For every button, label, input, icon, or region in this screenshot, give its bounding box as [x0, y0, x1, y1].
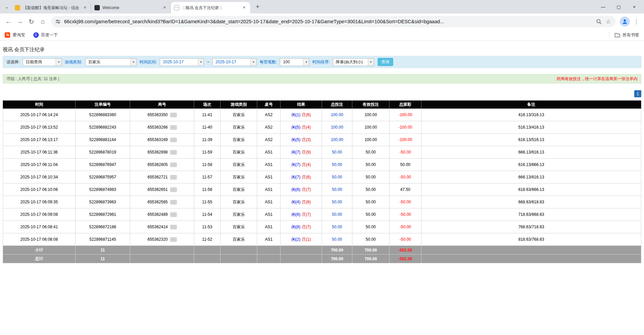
- maximize-button[interactable]: ▢: [611, 0, 626, 13]
- lens-search-icon[interactable]: [596, 19, 602, 25]
- dropdown-arrow-icon[interactable]: ▼: [130, 59, 136, 66]
- table-row: 2025-10-17 06:10:34 522896875957 6553627…: [3, 171, 641, 183]
- cell-total-bet[interactable]: 100.00: [322, 121, 352, 134]
- cell-time: 2025-10-17 06:08:41: [3, 221, 76, 233]
- cell-remark: 818.63/768.63: [421, 233, 641, 246]
- game-type-select[interactable]: 百家乐 ▼: [85, 58, 137, 66]
- subtotal-count: 11: [76, 246, 130, 255]
- cell-total-bet[interactable]: 100.00: [322, 109, 352, 121]
- date-start-input[interactable]: 2025-10-17 ▼: [160, 58, 204, 66]
- date-end-input[interactable]: 2025-10-17 ▼: [212, 58, 257, 66]
- cell-total-bet[interactable]: 50.00: [322, 146, 352, 159]
- cell-total-bet[interactable]: 100.00: [322, 134, 352, 146]
- round-replay-icon[interactable]: [170, 138, 177, 142]
- sort-select[interactable]: 降幂(由大到小) ▼: [333, 58, 374, 66]
- reload-button[interactable]: ↻: [26, 16, 37, 27]
- result-player: 闲(8): [291, 225, 300, 229]
- address-bar-actions: ☆: [596, 18, 614, 25]
- url-text[interactable]: 66cxkj98.com/game/betrecord_search/kind3…: [64, 19, 593, 24]
- cell-session: 11-40: [194, 121, 221, 134]
- round-id: 655362721: [147, 175, 168, 179]
- cell-result: 闲(6)庄(7): [281, 208, 322, 221]
- search-button[interactable]: 查询: [378, 58, 393, 66]
- cell-total-bet[interactable]: 50.00: [322, 183, 352, 196]
- query-type-select[interactable]: 日期查询 ▼: [23, 58, 62, 66]
- round-replay-icon[interactable]: [170, 237, 177, 242]
- cell-session: 11-53: [194, 221, 221, 233]
- cell-round: 655362898: [130, 146, 194, 159]
- round-replay-icon[interactable]: [170, 225, 177, 229]
- folder-icon: [615, 33, 620, 37]
- all-bookmarks-button[interactable]: 所有书签: [609, 32, 639, 38]
- total-label: 总计: [3, 255, 76, 263]
- round-replay-icon[interactable]: [170, 125, 177, 130]
- cell-game: 百家乐: [221, 233, 257, 246]
- round-replay-icon[interactable]: [170, 113, 177, 117]
- page-button-1[interactable]: 1: [634, 90, 641, 97]
- cell-total-bet[interactable]: 50.00: [322, 221, 352, 233]
- tab-forum[interactable]: 【新提醒】海燕策略论坛 - 综合 ×: [11, 2, 91, 13]
- cell-result: 闲(1)庄(6): [281, 109, 322, 121]
- round-replay-icon[interactable]: [170, 212, 177, 217]
- tab-bet-record[interactable]: :::视讯 会员下注纪录::: ×: [171, 2, 250, 13]
- new-tab-button[interactable]: +: [253, 2, 262, 11]
- forward-button[interactable]: →: [14, 16, 26, 27]
- browser-menu-icon[interactable]: ⋮: [631, 16, 641, 27]
- round-id: 655363350: [147, 112, 168, 117]
- tab-search-chevron-icon[interactable]: ⌄: [2, 2, 11, 11]
- result-player: 闲(2): [291, 237, 300, 242]
- cell-valid-bet: 50.00: [352, 208, 389, 221]
- page-size-select[interactable]: 100 ▼: [280, 58, 309, 66]
- home-button[interactable]: ⌂: [37, 16, 49, 27]
- bookmark-taobao[interactable]: 淘 爱淘宝: [5, 32, 25, 38]
- site-settings-icon[interactable]: [55, 19, 61, 24]
- cell-table-no: AS1: [257, 196, 281, 208]
- round-id: 655362414: [147, 225, 168, 229]
- tab-close-icon[interactable]: ×: [162, 5, 167, 10]
- bookmark-star-icon[interactable]: ☆: [606, 18, 611, 25]
- cell-valid-bet: 50.00: [352, 221, 389, 233]
- bookmark-baidu[interactable]: 百 百度一下: [33, 32, 58, 38]
- baidu-icon: 百: [33, 32, 39, 38]
- cell-result: 闲(4)庄(6): [281, 196, 322, 208]
- cell-round: 655362489: [130, 208, 194, 221]
- round-replay-icon[interactable]: [170, 175, 177, 179]
- round-replay-icon[interactable]: [170, 200, 177, 204]
- dropdown-arrow-icon[interactable]: ▼: [368, 59, 374, 66]
- cell-total-bet[interactable]: 50.00: [322, 196, 352, 208]
- result-player: 闲(5): [291, 137, 300, 142]
- round-replay-icon[interactable]: [170, 163, 177, 167]
- cell-result: 闲(5)庄(4): [281, 121, 322, 134]
- dropdown-arrow-icon[interactable]: ▼: [56, 59, 61, 66]
- round-id: 655362320: [147, 237, 168, 242]
- round-replay-icon[interactable]: [170, 188, 177, 192]
- cell-session: 11-59: [194, 146, 221, 159]
- cell-game: 百家乐: [221, 109, 257, 121]
- dropdown-arrow-icon[interactable]: ▼: [303, 59, 309, 66]
- cell-total-bet[interactable]: 50.00: [322, 171, 352, 183]
- minimize-button[interactable]: —: [595, 0, 611, 13]
- table-header-row: 时间 注单编号 局号 场次 游戏类别 桌号 结果 总投注 有效投注 总派彩 备注: [3, 101, 641, 109]
- table-row: 2025-10-17 06:09:08 522896872961 6553624…: [3, 208, 641, 221]
- window-close-button[interactable]: ×: [626, 0, 642, 13]
- cell-remark: 616.13/666.13: [421, 159, 641, 171]
- tab-close-icon[interactable]: ×: [82, 5, 88, 10]
- back-button[interactable]: ←: [3, 16, 14, 27]
- cell-total-bet[interactable]: 50.00: [322, 159, 352, 171]
- cell-payout: -50.00: [389, 171, 421, 183]
- dropdown-arrow-icon[interactable]: ▼: [251, 59, 256, 66]
- cell-table-no: AS1: [257, 159, 281, 171]
- tab-welcome[interactable]: Welcome ×: [91, 2, 171, 13]
- address-bar[interactable]: 66cxkj98.com/game/betrecord_search/kind3…: [51, 16, 616, 27]
- round-replay-icon[interactable]: [170, 150, 177, 155]
- cell-time: 2025-10-17 06:09:08: [3, 208, 76, 221]
- page-title: 视讯 会员下注纪录: [3, 46, 641, 53]
- cell-total-bet[interactable]: 50.00: [322, 208, 352, 221]
- page-content: 视讯 会员下注纪录 请选择: 日期查询 ▼ 游戏类别: 百家乐 ▼ 时间区间: …: [0, 46, 644, 263]
- result-player: 闲(6): [291, 187, 300, 192]
- dropdown-arrow-icon[interactable]: ▼: [198, 59, 204, 66]
- cell-total-bet[interactable]: 50.00: [322, 233, 352, 246]
- profile-avatar[interactable]: [620, 16, 630, 27]
- header-session: 场次: [194, 101, 221, 109]
- tab-close-icon[interactable]: ×: [241, 5, 247, 10]
